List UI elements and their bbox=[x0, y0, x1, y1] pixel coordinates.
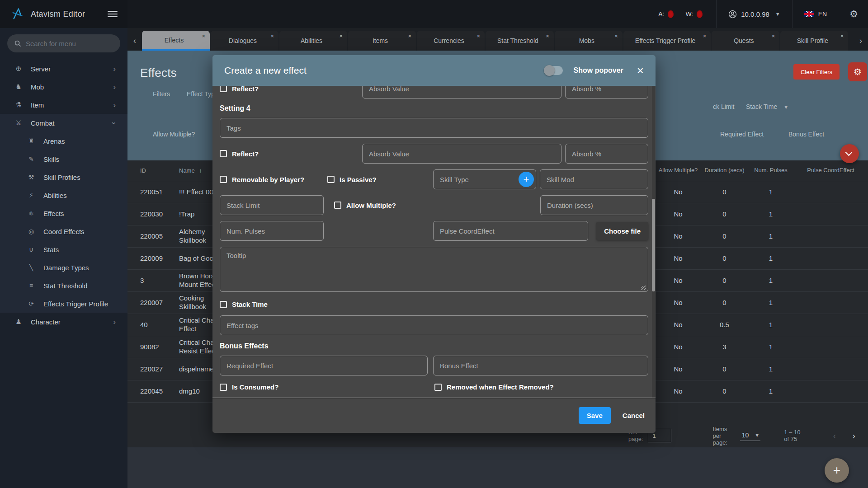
sidebar-item-effects[interactable]: ⚛Effects bbox=[0, 204, 127, 222]
hamburger-menu-icon[interactable] bbox=[108, 11, 118, 17]
save-button[interactable]: Save bbox=[579, 407, 611, 424]
effect-tags-input[interactable] bbox=[220, 315, 648, 335]
absorb-percent-input[interactable] bbox=[565, 144, 648, 164]
tooltip-textarea[interactable] bbox=[220, 247, 648, 292]
filter-stack-time[interactable]: Stack Time ▼ bbox=[746, 103, 788, 110]
sidebar-item-stats[interactable]: ∪Stats bbox=[0, 240, 127, 258]
settings-gear-icon[interactable]: ⚙ bbox=[839, 9, 858, 19]
is-passive-checkbox[interactable]: Is Passive? bbox=[327, 176, 433, 183]
sidebar-item-abilities[interactable]: ⚡Abilities bbox=[0, 186, 127, 204]
filter-bonus-effect[interactable]: Bonus Effect bbox=[788, 131, 824, 138]
removable-by-player-checkbox[interactable]: Removable by Player? bbox=[220, 176, 327, 183]
search-input[interactable] bbox=[26, 40, 113, 47]
add-skill-type-button[interactable]: + bbox=[519, 172, 534, 187]
tabs-scroll-right-icon[interactable]: › bbox=[854, 31, 868, 51]
tab-close-icon[interactable]: × bbox=[703, 33, 707, 39]
server-ip-dropdown[interactable]: 10.0.0.98 ▼ bbox=[717, 10, 792, 19]
filter-stack-limit[interactable]: ck Limit bbox=[713, 103, 734, 110]
duration-input[interactable] bbox=[540, 195, 648, 215]
show-popover-toggle[interactable] bbox=[545, 66, 563, 75]
sidebar-item-skills[interactable]: ✎Skills bbox=[0, 150, 127, 168]
removed-when-effect-removed-label: Removed when Effect Removed? bbox=[447, 383, 554, 391]
absorb-percent-input[interactable] bbox=[565, 86, 648, 99]
sidebar-item-skill-profiles[interactable]: ⚒Skill Profiles bbox=[0, 168, 127, 186]
stack-time-checkbox[interactable]: Stack Time bbox=[220, 300, 268, 308]
tab-close-icon[interactable]: × bbox=[772, 33, 775, 39]
clear-filters-button[interactable]: Clear Filters bbox=[793, 64, 840, 80]
tab-stat-threshold[interactable]: Stat Threshold× bbox=[486, 31, 554, 51]
col-pulse-coordeffect[interactable]: Pulse CoordEffect bbox=[793, 167, 868, 174]
col-allow-multiple[interactable]: Allow Multiple? bbox=[656, 167, 701, 174]
removed-when-effect-removed-checkbox[interactable]: Removed when Effect Removed? bbox=[434, 383, 554, 391]
add-effect-fab[interactable]: + bbox=[825, 458, 849, 483]
resize-grip-icon[interactable] bbox=[641, 286, 646, 290]
filter-required-effect[interactable]: Required Effect bbox=[720, 131, 764, 138]
tab-close-icon[interactable]: × bbox=[546, 33, 549, 39]
reflect-checkbox[interactable]: Reflect? bbox=[220, 86, 362, 93]
col-id[interactable]: ID bbox=[140, 167, 179, 174]
language-selector[interactable]: EN bbox=[793, 10, 839, 18]
sidebar-item-coord-effects[interactable]: ◎Coord Effects bbox=[0, 222, 127, 240]
tabs-scroll-left-icon[interactable]: ‹ bbox=[127, 31, 142, 51]
sidebar-item-arenas[interactable]: ♜Arenas bbox=[0, 132, 127, 150]
tags-input[interactable] bbox=[220, 118, 648, 138]
col-duration[interactable]: Duration (secs) bbox=[701, 167, 748, 174]
items-per-page-select[interactable]: 10 ▼ bbox=[740, 431, 761, 441]
cell-num-pulses: 1 bbox=[748, 230, 793, 243]
checkbox-icon bbox=[220, 150, 227, 157]
cancel-button[interactable]: Cancel bbox=[623, 412, 645, 419]
show-popover-label: Show popover bbox=[574, 66, 623, 75]
sidebar-item-mob[interactable]: ♞Mob› bbox=[0, 78, 127, 96]
bonus-effect-input[interactable] bbox=[433, 356, 648, 375]
tab-quests[interactable]: Quests× bbox=[712, 31, 779, 51]
tab-items[interactable]: Items× bbox=[348, 31, 416, 51]
sidebar-item-stat-threshold[interactable]: ≡Stat Threshold bbox=[0, 277, 127, 295]
tab-abilities[interactable]: Abilities× bbox=[279, 31, 347, 51]
skill-profiles-icon: ⚒ bbox=[26, 174, 36, 181]
tab-close-icon[interactable]: × bbox=[339, 33, 343, 39]
cell-id: 220030 bbox=[140, 208, 179, 221]
sidebar-item-effects-trigger-profile[interactable]: ⟳Effects Trigger Profile bbox=[0, 295, 127, 313]
tab-close-icon[interactable]: × bbox=[476, 33, 480, 39]
tab-effects[interactable]: Effects× bbox=[142, 31, 210, 51]
absorb-value-input[interactable] bbox=[362, 144, 561, 164]
required-effect-input[interactable] bbox=[220, 356, 428, 375]
arenas-icon: ♜ bbox=[26, 137, 36, 145]
close-icon[interactable]: × bbox=[637, 65, 644, 76]
absorb-value-input[interactable] bbox=[362, 86, 561, 99]
modal-header: Create a new effect Show popover × bbox=[212, 55, 656, 86]
tab-close-icon[interactable]: × bbox=[614, 33, 618, 39]
num-pulses-input[interactable] bbox=[220, 221, 324, 241]
sidebar-item-damage-types[interactable]: ╲Damage Types bbox=[0, 258, 127, 277]
allow-multiple-checkbox[interactable]: Allow Multiple? bbox=[334, 202, 540, 209]
collapse-filters-fab[interactable] bbox=[840, 144, 859, 163]
tab-skill-profile[interactable]: Skill Profile× bbox=[780, 31, 848, 51]
tab-close-icon[interactable]: × bbox=[408, 33, 411, 39]
sidebar-item-combat[interactable]: ⚔Combat› bbox=[0, 114, 127, 132]
sidebar-item-character[interactable]: ♟Character› bbox=[0, 313, 127, 331]
sidebar-item-item[interactable]: ⚗Item› bbox=[0, 96, 127, 114]
tab-mobs[interactable]: Mobs× bbox=[555, 31, 623, 51]
tab-effects-trigger-profile[interactable]: Effects Trigger Profile× bbox=[623, 31, 711, 51]
col-num-pulses[interactable]: Num. Pulses bbox=[748, 167, 793, 174]
is-consumed-checkbox[interactable]: Is Consumed? bbox=[220, 383, 434, 391]
tab-close-icon[interactable]: × bbox=[270, 33, 274, 39]
tab-dialogues[interactable]: Dialogues× bbox=[211, 31, 278, 51]
pulse-coordeffect-input[interactable] bbox=[433, 221, 588, 241]
sidebar-item-label: Effects Trigger Profile bbox=[43, 300, 108, 308]
cell-num-pulses: 1 bbox=[748, 385, 793, 398]
cell-id: 3 bbox=[140, 274, 179, 287]
next-page-icon[interactable]: › bbox=[852, 431, 855, 441]
modal-scrollbar-thumb[interactable] bbox=[652, 199, 655, 291]
previous-page-icon[interactable]: ‹ bbox=[833, 431, 836, 441]
choose-file-button[interactable]: Choose file bbox=[596, 222, 648, 240]
tab-currencies[interactable]: Currencies× bbox=[417, 31, 485, 51]
table-settings-gear-button[interactable]: ⚙ bbox=[848, 62, 867, 81]
tab-close-icon[interactable]: × bbox=[840, 33, 844, 39]
skill-mod-input[interactable] bbox=[540, 169, 648, 189]
reflect-checkbox[interactable]: Reflect? bbox=[220, 150, 362, 158]
sidebar-item-server[interactable]: ⊕Server› bbox=[0, 60, 127, 78]
tab-close-icon[interactable]: × bbox=[202, 33, 205, 39]
stack-limit-input[interactable] bbox=[220, 195, 324, 215]
filter-allow-multiple[interactable]: Allow Multiple? bbox=[153, 131, 195, 138]
